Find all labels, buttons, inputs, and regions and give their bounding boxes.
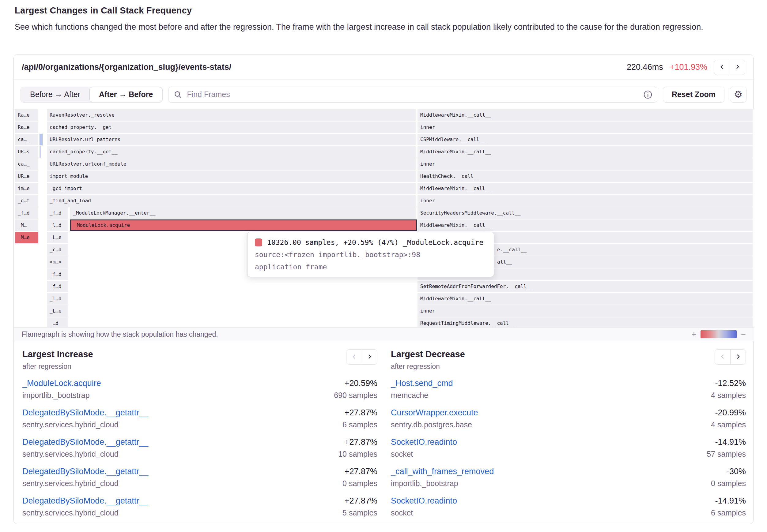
function-entry: DelegatedBySiloMode.__getattr__sentry.se… xyxy=(22,496,377,517)
function-link[interactable]: SocketIO.readinto xyxy=(391,437,457,447)
sample-count: 57 samples xyxy=(707,450,746,459)
flame-frame-left[interactable]: ca…_ xyxy=(15,158,38,170)
function-link[interactable]: _call_with_frames_removed xyxy=(391,467,494,476)
function-module: sentry.services.hybrid_cloud xyxy=(22,479,148,488)
next-transaction-button[interactable] xyxy=(730,60,745,75)
function-link[interactable]: DelegatedBySiloMode.__getattr__ xyxy=(22,467,148,476)
flame-frame-right[interactable]: inner xyxy=(418,195,753,207)
change-percent: -14.91% xyxy=(707,437,746,447)
function-link[interactable]: _ModuleLock.acquire xyxy=(22,379,101,388)
change-percent: +27.87% xyxy=(342,496,377,506)
flame-frame-right[interactable]: SetRemoteAddrFromForwardedFor.__call__ xyxy=(418,281,753,292)
flame-frame-left[interactable]: _l…d xyxy=(47,293,68,305)
flame-frame-left[interactable]: _f…d xyxy=(47,268,68,280)
flame-frame-right[interactable]: CSPMiddleware.__call__ xyxy=(418,134,753,145)
function-link[interactable]: _Host.send_cmd xyxy=(391,379,453,388)
sample-count: 10 samples xyxy=(338,450,377,459)
reset-zoom-button[interactable]: Reset Zoom xyxy=(663,87,724,103)
change-percent: +27.87% xyxy=(342,467,377,476)
flame-frame-selected[interactable]: _ModuleLock.acquire xyxy=(70,219,417,231)
function-link[interactable]: DelegatedBySiloMode.__getattr__ xyxy=(22,496,148,506)
decrease-prev-button[interactable] xyxy=(715,350,730,364)
increase-subtitle: after regression xyxy=(22,362,93,371)
flame-frame-left[interactable]: _…d xyxy=(47,317,68,327)
change-percent: -20.99% xyxy=(711,408,746,418)
function-link[interactable]: SocketIO.readinto xyxy=(391,496,457,506)
increase-next-button[interactable] xyxy=(362,350,377,364)
flame-frame-left[interactable]: im…e xyxy=(15,183,38,194)
flame-frame-left[interactable]: _M…e xyxy=(15,232,38,243)
increase-pager xyxy=(346,349,377,365)
flame-frame-left[interactable]: _L…e xyxy=(47,305,68,317)
toggle-before-after[interactable]: Before → After xyxy=(21,87,89,102)
flame-frame-right[interactable]: inner xyxy=(418,305,753,317)
transaction-header: /api/0/organizations/{organization_slug}… xyxy=(14,55,753,80)
info-circle-icon[interactable] xyxy=(643,90,652,99)
increase-titles: Largest Increase after regression xyxy=(22,349,93,371)
flame-frame-left[interactable]: _L…e xyxy=(47,232,68,243)
flame-frame-right[interactable]: MiddlewareMixin.__call__ xyxy=(418,146,753,158)
flamegraph[interactable]: Ra…eRavenResolver._resolveMiddlewareMixi… xyxy=(14,109,754,327)
flame-frame-left[interactable]: _f…d xyxy=(47,281,68,292)
function-module: importlib._bootstrap xyxy=(391,479,494,488)
flame-frame[interactable]: URLResolver.url_patterns xyxy=(47,134,416,145)
largest-increase-panel: Largest Increase after regression _Modul… xyxy=(22,349,377,524)
increase-title: Largest Increase xyxy=(22,349,93,359)
flame-frame[interactable]: cached_property.__get__ xyxy=(47,146,416,158)
function-module: sentry.services.hybrid_cloud xyxy=(22,508,148,517)
flame-frame-left[interactable]: ca…_ xyxy=(15,134,38,145)
flame-frame-right[interactable]: MiddlewareMixin.__call__ xyxy=(418,293,753,305)
flame-frame-right[interactable]: RequestTimingMiddleware.__call__ xyxy=(418,317,753,327)
flame-frame-left[interactable]: _f…d xyxy=(47,207,68,219)
legend-plus-sign: + xyxy=(691,330,696,339)
flame-frame-chip[interactable] xyxy=(39,134,43,145)
function-entry: _Host.send_cmdmemcache-12.52%4 samples xyxy=(391,379,746,400)
flame-frame-left[interactable]: UR…s xyxy=(15,146,38,158)
flamegraph-statusbar: Flamegraph is showing how the stack popu… xyxy=(14,327,754,341)
flame-frame-left[interactable]: Ra…e xyxy=(15,122,38,133)
flame-frame-right[interactable]: SecurityHeadersMiddleware.__call__ xyxy=(418,207,753,219)
flame-frame-right[interactable]: MiddlewareMixin.__call__ xyxy=(418,109,753,121)
duration-value: 220.46ms xyxy=(627,62,663,72)
flame-frame-right[interactable]: inner xyxy=(418,122,753,133)
search-input[interactable] xyxy=(168,87,657,103)
increase-prev-button[interactable] xyxy=(346,350,362,364)
toggle-after-before[interactable]: After → Before xyxy=(89,87,162,102)
flame-frame-chip[interactable] xyxy=(39,146,41,158)
flame-frame-left[interactable]: Ra…e xyxy=(15,109,38,121)
chevron-left-icon xyxy=(719,353,726,361)
flame-frame-right[interactable]: HealthCheck.__call__ xyxy=(418,170,753,182)
flame-frame-right[interactable]: MiddlewareMixin.__call__ xyxy=(418,183,753,194)
flame-frame-left[interactable]: UR…e xyxy=(15,170,38,182)
decrease-next-button[interactable] xyxy=(730,350,746,364)
flame-frame-left[interactable]: _M…_ xyxy=(15,219,38,231)
function-entry: SocketIO.readintosocket-14.91%57 samples xyxy=(391,437,746,459)
function-link[interactable]: DelegatedBySiloMode.__getattr__ xyxy=(22,408,148,418)
flame-frame[interactable]: _gcd_import xyxy=(47,183,416,194)
function-entry: CursorWrapper.executesentry.db.postgres.… xyxy=(391,408,746,429)
prev-transaction-button[interactable] xyxy=(714,60,730,75)
flame-frame-left[interactable]: _g…t xyxy=(15,195,38,207)
flame-frame-left[interactable]: _f…d xyxy=(15,207,38,219)
sample-count: 690 samples xyxy=(334,391,377,400)
flame-frame[interactable]: _ModuleLockManager.__enter__ xyxy=(70,207,416,219)
direction-toggle: Before → After After → Before xyxy=(21,87,163,103)
function-link[interactable]: CursorWrapper.execute xyxy=(391,408,478,418)
flame-frame-left[interactable]: _l…d xyxy=(47,219,68,231)
flame-frame-left[interactable]: <m…> xyxy=(47,256,68,268)
flame-frame[interactable]: URLResolver.urlconf_module xyxy=(47,158,416,170)
flame-frame-left[interactable]: _c…d xyxy=(47,244,68,256)
chevron-left-icon xyxy=(351,353,357,361)
flame-frame[interactable]: import_module xyxy=(47,170,416,182)
flame-frame[interactable]: cached_property.__get__ xyxy=(47,122,416,133)
function-module: sentry.services.hybrid_cloud xyxy=(22,450,148,459)
tooltip-source: source:<frozen importlib._bootstrap>:98 xyxy=(255,249,487,261)
flame-frame[interactable]: RavenResolver._resolve xyxy=(47,109,416,121)
flame-frame-right[interactable]: inner xyxy=(418,158,753,170)
function-link[interactable]: DelegatedBySiloMode.__getattr__ xyxy=(22,437,148,447)
settings-button[interactable]: ⚙ xyxy=(730,87,746,103)
increase-panel-header: Largest Increase after regression xyxy=(22,349,377,371)
flame-frame[interactable]: _find_and_load xyxy=(47,195,416,207)
frame-color-swatch xyxy=(255,238,262,246)
flame-frame-right[interactable]: MiddlewareMixin.__call__ xyxy=(418,219,753,231)
